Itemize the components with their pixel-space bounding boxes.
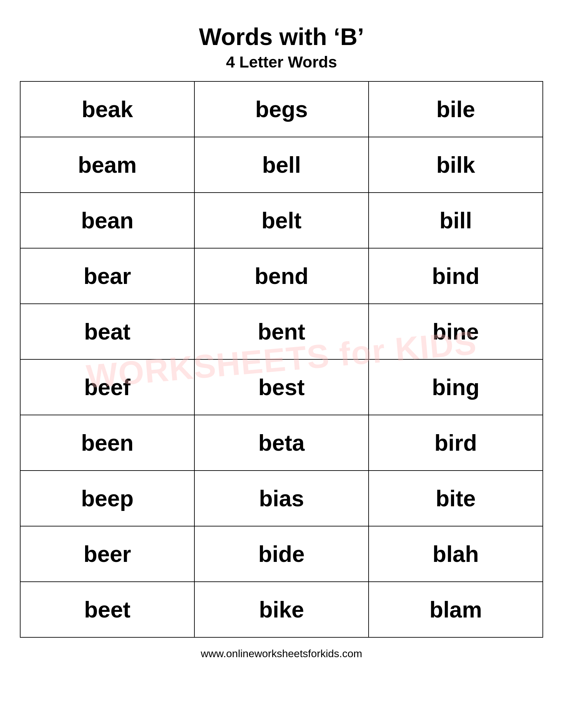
table-row: beambellbilk [20,137,543,193]
table-row: beakbegsbile [20,81,543,137]
word-cell: beef [20,359,194,415]
table-row: beatbentbine [20,304,543,359]
word-cell: bilk [369,137,543,193]
word-cell: bine [369,304,543,359]
word-cell: bent [194,304,369,359]
word-cell: bird [369,415,543,471]
table-row: bearbendbind [20,248,543,304]
table-row: beefbestbing [20,359,543,415]
word-cell: been [20,415,194,471]
word-cell: blam [369,582,543,637]
word-cell: bend [194,248,369,304]
word-cell: belt [194,193,369,248]
word-cell: bias [194,471,369,526]
word-cell: beep [20,471,194,526]
table-row: beenbetabird [20,415,543,471]
word-cell: beam [20,137,194,193]
word-cell: beta [194,415,369,471]
word-cell: bile [369,81,543,137]
table-row: beanbeltbill [20,193,543,248]
word-cell: beer [20,526,194,582]
word-cell: best [194,359,369,415]
word-cell: begs [194,81,369,137]
word-cell: blah [369,526,543,582]
word-cell: bind [369,248,543,304]
page-title: Words with ‘B’ [199,23,364,50]
table-wrapper: beakbegsbilebeambellbilkbeanbeltbillbear… [20,81,543,638]
word-cell: bean [20,193,194,248]
word-cell: beet [20,582,194,637]
word-cell: beak [20,81,194,137]
word-cell: bell [194,137,369,193]
word-cell: bing [369,359,543,415]
word-cell: bill [369,193,543,248]
page-subtitle: 4 Letter Words [226,53,337,71]
word-cell: bear [20,248,194,304]
word-cell: bite [369,471,543,526]
word-cell: bike [194,582,369,637]
table-row: beetbikeblam [20,582,543,637]
word-table: beakbegsbilebeambellbilkbeanbeltbillbear… [20,81,543,638]
table-row: beerbideblah [20,526,543,582]
word-cell: bide [194,526,369,582]
footer-url: www.onlineworksheetsforkids.com [201,648,362,660]
table-row: beepbiasbite [20,471,543,526]
word-cell: beat [20,304,194,359]
